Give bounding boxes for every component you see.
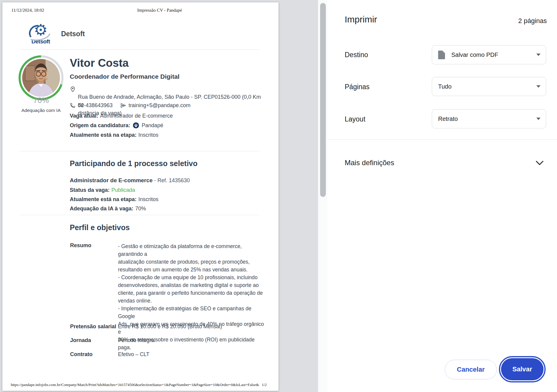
phone-icon — [70, 103, 75, 108]
resume-text: - Gestão e otimização da plataforma de e… — [118, 242, 267, 351]
destination-value: Salvar como PDF — [451, 51, 498, 58]
contract-label: Contrato — [70, 351, 93, 358]
candidate-photo-ring — [19, 55, 63, 100]
print-preview-screen: 11/12/2024, 18:02 Impressão CV - Pandapé… — [0, 0, 557, 392]
resume-label: Resumo — [70, 242, 91, 249]
preview-scrollbar-track[interactable] — [318, 0, 328, 392]
match-caption: Adequação com IA — [8, 108, 74, 113]
print-header-date: 11/12/2024, 18:02 — [11, 8, 44, 13]
print-footer-url: https://pandape.infojobs.com.br/Company/… — [11, 382, 259, 387]
save-button[interactable]: Salvar — [499, 356, 546, 382]
contract-value: Efetivo – CLT — [118, 351, 149, 358]
more-settings-toggle[interactable]: Mais definições — [328, 156, 557, 172]
location-pin-icon — [70, 86, 76, 92]
cancel-button[interactable]: Cancelar — [445, 360, 497, 379]
destination-label: Destino — [345, 51, 368, 59]
pages-dropdown[interactable]: Tudo — [432, 77, 546, 96]
phone-item: 52-438643963 — [70, 101, 113, 110]
save-button-label: Salvar — [501, 358, 544, 380]
pages-label: Páginas — [345, 83, 370, 91]
schedule-label: Jornada — [70, 337, 91, 344]
gear-icon: ⚙ — [24, 22, 57, 38]
origin-line: Origem da candidatura: Pandapé — [70, 121, 163, 131]
caret-down-icon — [536, 118, 541, 120]
caret-down-icon — [536, 85, 541, 88]
company-logo: ⚙ Detsoft — [24, 22, 57, 50]
layout-label: Layout — [345, 115, 365, 123]
divider — [19, 215, 259, 215]
chevron-down-icon — [535, 160, 544, 166]
dialog-divider — [328, 139, 557, 140]
stage-line: Atualmente está na etapa: Inscritos — [70, 131, 158, 139]
more-settings-label: Mais definições — [345, 159, 394, 167]
email-address: training+5@pandape.com — [128, 101, 190, 110]
send-icon — [120, 103, 126, 108]
caret-down-icon — [536, 54, 541, 56]
print-footer-page-indicator: 1/2 — [262, 382, 267, 387]
schedule-value: Período Integral — [118, 337, 155, 344]
phone-number: 52-438643963 — [78, 101, 113, 110]
divider — [19, 151, 259, 151]
vacancy-status-line: Status da vaga: Publicada — [70, 186, 135, 194]
salary-label: Pretensão salarial — [70, 323, 116, 330]
print-dialog: Imprimir 2 páginas Destino Salvar como P… — [328, 0, 557, 392]
candidate-photo — [22, 59, 60, 97]
contact-row: 52-438643963 training+5@pandape.com — [70, 101, 190, 110]
print-header-title: Impressão CV - Pandapé — [115, 8, 205, 13]
dialog-title: Imprimir — [345, 14, 377, 25]
match-percent: 70% — [19, 96, 63, 105]
profile-section-title: Perfil e objetivos — [70, 223, 130, 232]
candidate-name: Vitor Costa — [70, 57, 129, 69]
pdf-file-icon — [438, 51, 445, 59]
pages-count: 2 páginas — [518, 17, 547, 25]
status-published: Publicada — [111, 186, 135, 194]
divider — [19, 49, 259, 50]
vacancy-stage-line: Atualmente está na etapa: Inscritos — [70, 195, 158, 203]
vacancy-match-line: Adequação da IA à vaga: 70% — [70, 205, 146, 213]
preview-pane: 11/12/2024, 18:02 Impressão CV - Pandapé… — [0, 0, 318, 392]
current-vacancy-line: Vaga atual: Administrador de E-commerce — [70, 112, 173, 120]
pages-value: Tudo — [438, 83, 452, 90]
cv-page-preview: 11/12/2024, 18:02 Impressão CV - Pandapé… — [2, 2, 278, 391]
destination-dropdown[interactable]: Salvar como PDF — [432, 45, 546, 64]
preview-scrollbar-thumb[interactable] — [320, 3, 326, 197]
process-section-title: Participando de 1 processo seletivo — [70, 159, 198, 168]
pandape-paw-icon — [133, 122, 139, 131]
company-name: Detsoft — [61, 30, 85, 38]
candidate-job-title: Coordenador de Performance Digital — [70, 73, 179, 80]
logo-swoosh-icon — [26, 23, 55, 41]
layout-dropdown[interactable]: Retrato — [432, 109, 546, 128]
layout-value: Retrato — [438, 116, 458, 122]
email-item: training+5@pandape.com — [120, 101, 190, 110]
salary-value: Entre R$ 10.000 e R$ 20.050 (Bruto Mensa… — [118, 323, 222, 330]
vacancy-ref-line: Administrador de E-commerce - Ref. 14356… — [70, 177, 190, 184]
